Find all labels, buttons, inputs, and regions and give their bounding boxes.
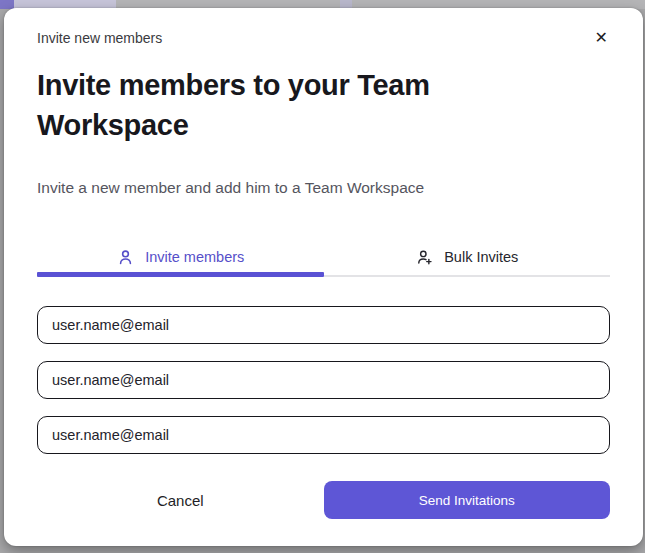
tab-divider [324,275,611,277]
tab-label: Invite members [145,249,244,265]
dialog-footer: Cancel Send Invitations [37,481,610,519]
invite-members-dialog: Invite new members ✕ Invite members to y… [4,8,643,546]
person-add-icon [415,248,434,267]
tab-bar: Invite members Bulk Invites [37,243,610,271]
tab-underline-track [37,271,610,277]
dialog-title: Invite members to your Team Workspace [37,65,507,145]
send-invitations-button[interactable]: Send Invitations [324,481,611,519]
dialog-header: Invite new members ✕ [37,8,610,48]
tab-invite-members[interactable]: Invite members [37,243,324,271]
active-tab-indicator [37,272,324,277]
email-input-3[interactable] [37,416,610,454]
dialog-subtitle: Invite a new member and add him to a Tea… [37,178,610,197]
email-input-1[interactable] [37,306,610,344]
tab-bulk-invites[interactable]: Bulk Invites [324,243,611,271]
email-input-list [37,306,610,454]
person-icon [116,248,135,267]
cancel-button[interactable]: Cancel [157,492,204,509]
dialog-header-title: Invite new members [37,28,162,48]
email-input-2[interactable] [37,361,610,399]
tab-label: Bulk Invites [444,249,518,265]
close-icon[interactable]: ✕ [593,28,610,48]
